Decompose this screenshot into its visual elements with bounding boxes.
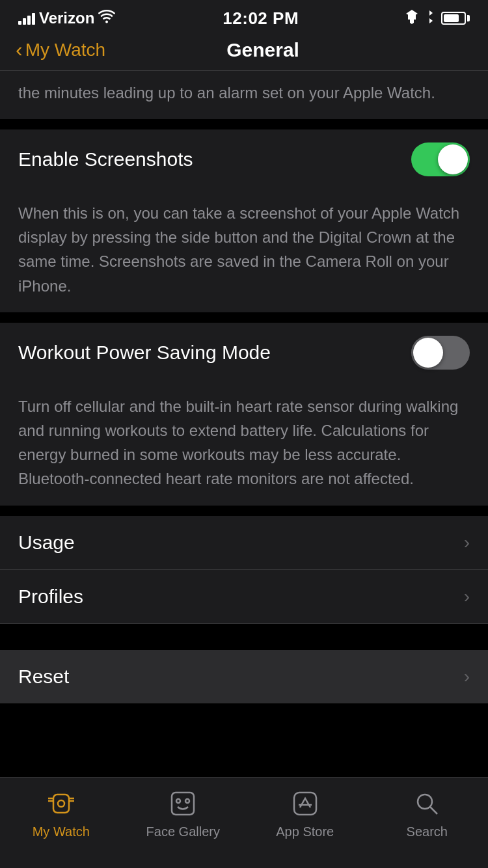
nav-bar: ‹ My Watch General xyxy=(0,33,488,71)
search-icon xyxy=(410,787,444,821)
svg-point-7 xyxy=(176,799,180,803)
location-icon xyxy=(406,10,418,27)
screenshots-description: When this is on, you can take a screensh… xyxy=(0,189,488,312)
content: the minutes leading up to an alarm set o… xyxy=(0,71,488,794)
app-store-icon xyxy=(288,787,322,821)
partial-alarm-text: the minutes leading up to an alarm set o… xyxy=(0,71,488,119)
reset-row[interactable]: Reset › xyxy=(0,650,488,703)
back-chevron-icon: ‹ xyxy=(16,39,23,60)
usage-label: Usage xyxy=(18,532,75,554)
back-label: My Watch xyxy=(25,40,105,61)
reset-label: Reset xyxy=(18,666,69,688)
back-button[interactable]: ‹ My Watch xyxy=(16,40,105,61)
workout-power-saving-label: Workout Power Saving Mode xyxy=(18,342,271,364)
face-gallery-icon xyxy=(166,787,200,821)
profiles-label: Profiles xyxy=(18,586,83,608)
bluetooth-icon xyxy=(424,10,435,27)
toggle-thumb xyxy=(438,144,468,174)
tab-face-gallery-label: Face Gallery xyxy=(146,824,220,839)
enable-screenshots-toggle[interactable] xyxy=(411,142,470,176)
svg-rect-0 xyxy=(53,794,69,813)
signal-bars-icon xyxy=(18,12,35,25)
workout-description: Turn off cellular and the built-in heart… xyxy=(0,383,488,506)
usage-row[interactable]: Usage › xyxy=(0,516,488,570)
status-time: 12:02 PM xyxy=(223,8,299,29)
status-left: Verizon xyxy=(18,9,115,27)
svg-point-8 xyxy=(185,799,189,803)
enable-screenshots-row: Enable Screenshots xyxy=(0,129,488,189)
tab-search[interactable]: Search xyxy=(366,787,489,839)
nav-rows-section: Usage › Profiles › xyxy=(0,516,488,624)
workout-power-saving-toggle[interactable] xyxy=(411,336,470,370)
tab-search-label: Search xyxy=(407,824,448,839)
tab-face-gallery[interactable]: Face Gallery xyxy=(122,787,245,839)
svg-rect-9 xyxy=(294,793,316,815)
workout-section: Workout Power Saving Mode xyxy=(0,323,488,383)
svg-point-5 xyxy=(58,800,64,807)
usage-chevron-icon: › xyxy=(464,532,470,553)
status-bar: Verizon 12:02 PM xyxy=(0,0,488,33)
svg-point-11 xyxy=(418,794,432,809)
status-right xyxy=(406,10,470,27)
screenshots-section: Enable Screenshots xyxy=(0,129,488,189)
svg-line-12 xyxy=(430,807,437,814)
profiles-row[interactable]: Profiles › xyxy=(0,570,488,624)
tab-my-watch-label: My Watch xyxy=(33,824,90,839)
svg-rect-6 xyxy=(172,793,194,815)
profiles-chevron-icon: › xyxy=(464,586,470,607)
reset-section: Reset › xyxy=(0,650,488,703)
battery-icon xyxy=(441,12,470,25)
tab-my-watch[interactable]: My Watch xyxy=(0,787,122,839)
tab-bar: My Watch Face Gallery App Store xyxy=(0,777,488,868)
wifi-icon xyxy=(98,9,115,27)
enable-screenshots-label: Enable Screenshots xyxy=(18,148,193,170)
toggle-thumb-workout xyxy=(413,338,443,368)
tab-app-store-label: App Store xyxy=(276,824,334,839)
tab-app-store[interactable]: App Store xyxy=(244,787,366,839)
workout-power-saving-row: Workout Power Saving Mode xyxy=(0,323,488,383)
carrier-label: Verizon xyxy=(39,9,94,27)
my-watch-icon xyxy=(44,787,78,821)
page-title: General xyxy=(105,39,420,61)
reset-chevron-icon: › xyxy=(464,666,470,687)
